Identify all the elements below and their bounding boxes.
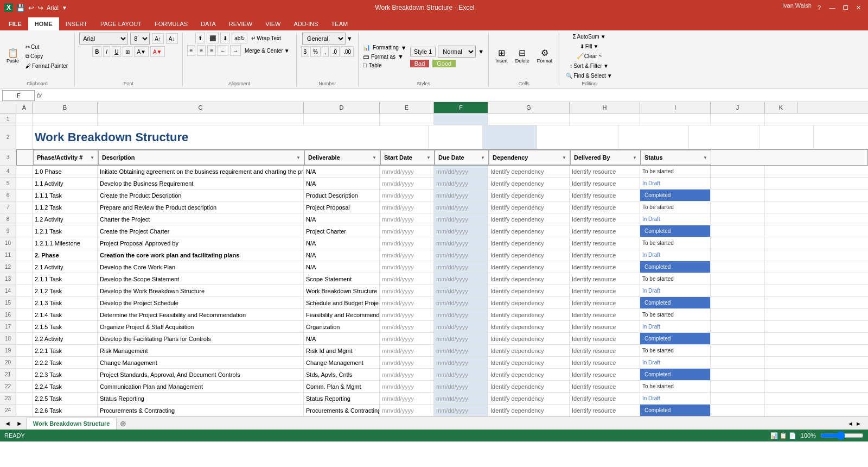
- cell-i11-status[interactable]: In Draft: [640, 249, 711, 261]
- cell-f11[interactable]: mm/dd/yyyy: [434, 249, 488, 261]
- delete-btn[interactable]: ⊟ Delete: [513, 48, 532, 65]
- col-header-j[interactable]: J: [711, 102, 765, 113]
- align-bottom-btn[interactable]: ⬇: [220, 33, 230, 43]
- sheet-tab-wbs[interactable]: Work Breakdown Structure: [26, 418, 117, 430]
- cell-c7[interactable]: Prepare and Review the Product descripti…: [98, 201, 304, 213]
- cell-b8[interactable]: 1.2 Activity: [33, 213, 98, 225]
- cell-b18[interactable]: 2.2 Activity: [33, 333, 98, 344]
- cell-a13[interactable]: [16, 273, 33, 285]
- normal-select[interactable]: Normal: [438, 46, 476, 58]
- cell-a10[interactable]: [16, 237, 33, 249]
- cell-c13[interactable]: Develop the Scope Statement: [98, 273, 304, 285]
- cell-e18[interactable]: mm/dd/yyyy: [380, 333, 434, 344]
- cell-a4[interactable]: [16, 166, 33, 177]
- align-top-btn[interactable]: ⬆: [195, 33, 205, 43]
- header-delivered-by[interactable]: Delivered By▼: [570, 150, 641, 165]
- cell-h22[interactable]: Identify resource: [570, 381, 640, 392]
- cell-d19[interactable]: Risk Id and Mgmt: [304, 345, 380, 356]
- col-header-h[interactable]: H: [570, 102, 640, 113]
- cell-f17[interactable]: mm/dd/yyyy: [434, 321, 488, 332]
- cell-b5[interactable]: 1.1 Activity: [33, 178, 98, 189]
- cell-i8-status[interactable]: In Draft: [640, 213, 711, 225]
- cell-j18[interactable]: [711, 333, 765, 344]
- cell-b19[interactable]: 2.2.1 Task: [33, 345, 98, 356]
- cell-h1[interactable]: [570, 113, 640, 125]
- cell-j21[interactable]: [711, 369, 765, 380]
- percent-btn[interactable]: %: [310, 46, 321, 57]
- cell-g12[interactable]: Identify dependency: [488, 261, 570, 273]
- cell-a24[interactable]: [16, 405, 33, 416]
- cell-i6-status[interactable]: Completed: [640, 190, 711, 201]
- cell-e7[interactable]: mm/dd/yyyy: [380, 201, 434, 213]
- tab-addins[interactable]: ADD-INS: [287, 17, 324, 30]
- cell-e20[interactable]: mm/dd/yyyy: [380, 357, 434, 368]
- cell-i5-status[interactable]: In Draft: [640, 178, 711, 189]
- align-left-btn[interactable]: ≡: [187, 45, 196, 56]
- cell-a20[interactable]: [16, 357, 33, 368]
- cell-c14[interactable]: Develop the Work Breakdown Structure: [98, 285, 304, 296]
- cell-e23[interactable]: mm/dd/yyyy: [380, 393, 434, 404]
- cell-g23[interactable]: Identify dependency: [488, 393, 570, 404]
- cell-c12[interactable]: Develop the Core Work Plan: [98, 261, 304, 273]
- cell-j13[interactable]: [711, 273, 765, 285]
- cell-a19[interactable]: [16, 345, 33, 356]
- cell-c6[interactable]: Create the Product Description: [98, 190, 304, 201]
- filter-start[interactable]: ▼: [426, 155, 431, 160]
- cell-h24[interactable]: Identify resource: [570, 405, 640, 416]
- tab-data[interactable]: DATA: [194, 17, 222, 30]
- redo-icon[interactable]: ↪: [37, 4, 43, 12]
- cell-a21[interactable]: [16, 369, 33, 380]
- cell-a16[interactable]: [16, 309, 33, 320]
- cell-h15[interactable]: Identify resource: [570, 297, 640, 308]
- tab-page-layout[interactable]: PAGE LAYOUT: [94, 17, 148, 30]
- tab-view[interactable]: VIEW: [259, 17, 287, 30]
- sort-filter-btn[interactable]: ↕ Sort & Filter ▼: [567, 62, 611, 70]
- cell-g2[interactable]: [537, 125, 618, 149]
- cell-j19[interactable]: [711, 345, 765, 356]
- cell-a1[interactable]: [16, 113, 33, 125]
- cell-a8[interactable]: [16, 213, 33, 225]
- cell-j14[interactable]: [711, 285, 765, 296]
- cell-g24[interactable]: Identify dependency: [488, 405, 570, 416]
- styles-expand[interactable]: ▼: [478, 48, 484, 55]
- cell-g15[interactable]: Identify dependency: [488, 297, 570, 308]
- cell-h20[interactable]: Identify resource: [570, 357, 640, 368]
- cell-b11[interactable]: 2. Phase: [33, 249, 98, 261]
- cell-b16[interactable]: 2.1.4 Task: [33, 309, 98, 320]
- cell-j9[interactable]: [711, 225, 765, 237]
- cell-b23[interactable]: 2.2.5 Task: [33, 393, 98, 404]
- merge-center-btn[interactable]: Merge & Center ▼: [242, 45, 292, 56]
- cell-f21[interactable]: mm/dd/yyyy: [434, 369, 488, 380]
- format-btn[interactable]: ⚙ Format: [535, 48, 555, 65]
- cell-g19[interactable]: Identify dependency: [488, 345, 570, 356]
- filter-dependency[interactable]: ▼: [562, 155, 566, 160]
- col-header-i[interactable]: I: [640, 102, 711, 113]
- cell-d22[interactable]: Comm. Plan & Mgmt: [304, 381, 380, 392]
- cell-j10[interactable]: [711, 237, 765, 249]
- cell-f22[interactable]: mm/dd/yyyy: [434, 381, 488, 392]
- cell-b12[interactable]: 2.1 Activity: [33, 261, 98, 273]
- cell-a15[interactable]: [16, 297, 33, 308]
- cell-f2[interactable]: [483, 125, 537, 149]
- help-icon[interactable]: ?: [814, 2, 825, 13]
- tab-home[interactable]: HOME: [28, 17, 59, 30]
- cell-j2[interactable]: [760, 125, 814, 149]
- cell-h19[interactable]: Identify resource: [570, 345, 640, 356]
- cell-c9[interactable]: Create the Project Charter: [98, 225, 304, 237]
- cell-c4[interactable]: Initiate Obtaining agreement on the busi…: [98, 166, 304, 177]
- cell-d13[interactable]: Scope Statement: [304, 273, 380, 285]
- increase-font-btn[interactable]: A↑: [152, 33, 164, 44]
- cell-i21-status[interactable]: Completed: [640, 369, 711, 380]
- customize-qa[interactable]: ▼: [62, 5, 67, 11]
- cell-f8[interactable]: mm/dd/yyyy: [434, 213, 488, 225]
- cell-d20[interactable]: Change Management: [304, 357, 380, 368]
- zoom-slider[interactable]: [820, 431, 864, 440]
- cell-c21[interactable]: Project Standards, Approval, And Documen…: [98, 369, 304, 380]
- cell-h10[interactable]: Identify resource: [570, 237, 640, 249]
- cell-e15[interactable]: mm/dd/yyyy: [380, 297, 434, 308]
- cell-d23[interactable]: Status Reporting: [304, 393, 380, 404]
- font-color-btn[interactable]: A▼: [150, 46, 165, 57]
- cell-g1[interactable]: [488, 113, 570, 125]
- cell-b6[interactable]: 1.1.1 Task: [33, 190, 98, 201]
- cell-b22[interactable]: 2.2.4 Task: [33, 381, 98, 392]
